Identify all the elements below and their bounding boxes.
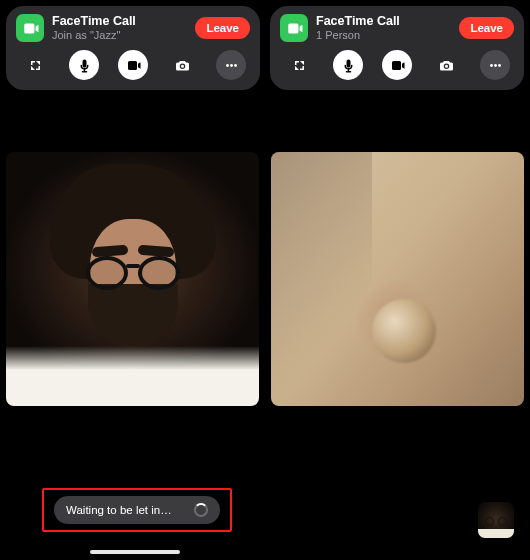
leave-button[interactable]: Leave <box>195 17 250 39</box>
video-tile-remote[interactable] <box>271 152 524 406</box>
panel-header: FaceTime Call 1 Person Leave <box>280 14 514 42</box>
panel-titles: FaceTime Call Join as "Jazz" <box>52 15 187 41</box>
expand-button[interactable] <box>20 50 50 80</box>
video-button[interactable] <box>118 50 148 80</box>
video-tiles <box>0 152 530 406</box>
panel-titles: FaceTime Call 1 Person <box>316 15 451 41</box>
more-button[interactable] <box>216 50 246 80</box>
waiting-status-text: Waiting to be let in… <box>66 504 172 516</box>
home-indicator[interactable] <box>90 550 180 554</box>
waiting-status-pill: Waiting to be let in… <box>54 496 220 524</box>
video-tile-self[interactable] <box>6 152 259 406</box>
expand-button[interactable] <box>284 50 314 80</box>
camera-button[interactable] <box>431 50 461 80</box>
leave-button[interactable]: Leave <box>459 17 514 39</box>
facetime-app-icon <box>16 14 44 42</box>
mic-button[interactable] <box>333 50 363 80</box>
camera-button[interactable] <box>167 50 197 80</box>
panel-title: FaceTime Call <box>316 15 451 29</box>
facetime-app-icon <box>280 14 308 42</box>
waiting-highlight: Waiting to be let in… <box>42 488 232 532</box>
call-panels: FaceTime Call Join as "Jazz" Leave FaceT… <box>0 0 530 90</box>
panel-header: FaceTime Call Join as "Jazz" Leave <box>16 14 250 42</box>
more-button[interactable] <box>480 50 510 80</box>
panel-actions <box>16 48 250 82</box>
panel-subtitle: 1 Person <box>316 29 451 41</box>
mic-button[interactable] <box>69 50 99 80</box>
panel-title: FaceTime Call <box>52 15 187 29</box>
call-panel-left: FaceTime Call Join as "Jazz" Leave <box>6 6 260 90</box>
self-preview-thumbnail[interactable] <box>478 502 514 538</box>
panel-subtitle: Join as "Jazz" <box>52 29 187 41</box>
face-illustration <box>48 164 218 374</box>
video-button[interactable] <box>382 50 412 80</box>
call-panel-right: FaceTime Call 1 Person Leave <box>270 6 524 90</box>
spinner-icon <box>194 503 208 517</box>
panel-actions <box>280 48 514 82</box>
